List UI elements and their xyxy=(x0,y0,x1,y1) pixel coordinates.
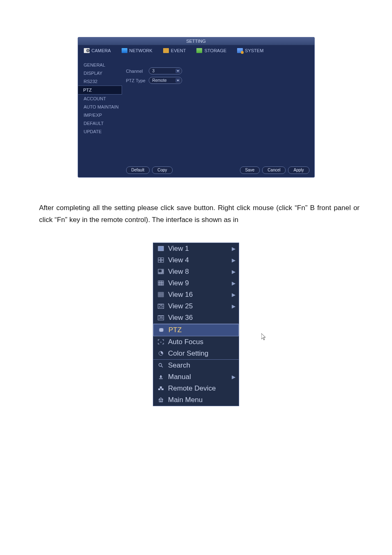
svg-rect-13 xyxy=(160,281,162,282)
cm-item-view-36[interactable]: 36View 36 xyxy=(153,312,239,324)
cm-item-view-8[interactable]: View 8▶ xyxy=(153,266,239,278)
sidebar-item-ptz[interactable]: PTZ xyxy=(78,86,122,95)
window-body: GENERAL DISPLAY RS232 PTZ ACCOUNT AUTO M… xyxy=(78,56,314,177)
view36-icon: 36 xyxy=(157,314,164,321)
cm-item-view-9[interactable]: View 9▶ xyxy=(153,278,239,289)
svg-rect-15 xyxy=(158,282,160,284)
spacer xyxy=(175,166,238,174)
svg-rect-14 xyxy=(162,281,164,282)
cm-item-search[interactable]: Search xyxy=(153,360,239,371)
svg-rect-20 xyxy=(162,284,164,285)
svg-rect-9 xyxy=(158,273,160,274)
svg-rect-4 xyxy=(161,260,164,262)
svg-rect-8 xyxy=(162,272,164,273)
cm-item-ptz[interactable]: PTZ xyxy=(153,324,239,336)
network-icon xyxy=(122,48,127,53)
ptztype-label: PTZ Type xyxy=(126,78,149,83)
cm-label: View 4 xyxy=(168,256,228,264)
sidebar-item-general[interactable]: GENERAL xyxy=(78,61,122,69)
cm-item-manual[interactable]: Manual▶ xyxy=(153,371,239,383)
tab-label: STORAGE xyxy=(204,48,226,53)
cm-label: View 36 xyxy=(168,314,235,322)
sidebar-item-default[interactable]: DEFAULT xyxy=(78,119,122,127)
cm-section-camera: PTZ+Auto FocusColor Setting xyxy=(153,324,239,359)
home-icon xyxy=(157,397,164,403)
form-row-channel: Channel 3 xyxy=(126,67,309,74)
tab-label: SYSTEM xyxy=(245,48,263,53)
chevron-right-icon: ▶ xyxy=(232,280,235,286)
svg-rect-42 xyxy=(161,400,161,402)
context-menu: View 1▶View 4▶View 8▶View 9▶View 16▶25Vi… xyxy=(153,243,239,406)
cm-item-color-setting[interactable]: Color Setting xyxy=(153,348,239,359)
svg-rect-7 xyxy=(162,271,164,272)
svg-rect-0 xyxy=(158,246,164,251)
svg-rect-2 xyxy=(161,258,164,260)
cm-item-view-25[interactable]: 25View 25▶ xyxy=(153,301,239,312)
cm-item-view-1[interactable]: View 1▶ xyxy=(153,243,239,254)
tab-system[interactable]: SYSTEM xyxy=(231,45,314,56)
view4-icon xyxy=(157,257,164,263)
cm-item-remote-device[interactable]: Remote Device xyxy=(153,383,239,394)
body-text: After completing all the setting please … xyxy=(39,202,360,226)
channel-value: 3 xyxy=(152,69,155,73)
view16-icon xyxy=(157,291,164,298)
cm-item-auto-focus[interactable]: +Auto Focus xyxy=(153,336,239,348)
default-button[interactable]: Default xyxy=(126,166,150,174)
cancel-button[interactable]: Cancel xyxy=(262,166,286,174)
cm-label: View 1 xyxy=(168,245,228,253)
tab-event[interactable]: EVENT xyxy=(157,45,191,56)
copy-button[interactable]: Copy xyxy=(152,166,172,174)
tabbar: CAMERA NETWORK EVENT STORAGE SYSTEM xyxy=(78,45,314,56)
cm-label: View 16 xyxy=(168,291,228,299)
form-row-ptztype: PTZ Type Remote xyxy=(126,77,309,84)
camera-icon xyxy=(84,48,90,53)
channel-dropdown[interactable]: 3 xyxy=(149,67,182,74)
cm-item-view-4[interactable]: View 4▶ xyxy=(153,254,239,266)
cm-label: Search xyxy=(168,361,235,370)
svg-rect-11 xyxy=(162,273,164,274)
tab-network[interactable]: NETWORK xyxy=(116,45,157,56)
tab-storage[interactable]: STORAGE xyxy=(191,45,231,56)
autofocus-icon: + xyxy=(157,339,164,345)
cm-label: Remote Device xyxy=(168,384,235,393)
cm-label: PTZ xyxy=(168,326,231,334)
svg-rect-17 xyxy=(162,282,164,284)
sidebar-item-display[interactable]: DISPLAY xyxy=(78,69,122,77)
chevron-right-icon: ▶ xyxy=(232,246,235,252)
tab-label: NETWORK xyxy=(129,48,152,53)
svg-rect-1 xyxy=(158,258,161,260)
svg-rect-5 xyxy=(158,269,162,273)
svg-point-30 xyxy=(159,330,164,332)
cm-label: Main Menu xyxy=(168,396,235,404)
color-icon xyxy=(157,350,164,356)
ptztype-dropdown[interactable]: Remote xyxy=(149,77,182,84)
save-button[interactable]: Save xyxy=(240,166,260,174)
cm-label: Auto Focus xyxy=(168,338,235,346)
ptztype-value: Remote xyxy=(152,78,167,83)
svg-rect-12 xyxy=(158,281,160,282)
svg-rect-35 xyxy=(159,379,163,379)
svg-rect-36 xyxy=(158,388,160,390)
sidebar-item-update[interactable]: UPDATE xyxy=(78,127,122,136)
sidebar-item-automaintain[interactable]: AUTO MAINTAIN xyxy=(78,103,122,111)
sidebar-item-rs232[interactable]: RS232 xyxy=(78,77,122,86)
manual-icon xyxy=(157,374,164,380)
svg-rect-19 xyxy=(160,284,162,285)
event-icon xyxy=(163,48,169,53)
cm-label: Color Setting xyxy=(168,349,235,358)
sidebar-item-impexp[interactable]: IMP/EXP xyxy=(78,111,122,119)
storage-icon xyxy=(196,48,202,53)
chevron-right-icon: ▶ xyxy=(232,374,235,380)
cm-item-main-menu[interactable]: Main Menu xyxy=(153,394,239,406)
svg-rect-6 xyxy=(162,269,164,271)
cm-item-view-16[interactable]: View 16▶ xyxy=(153,289,239,301)
chevron-right-icon: ▶ xyxy=(232,257,235,263)
cm-label: View 25 xyxy=(168,302,228,310)
tab-camera[interactable]: CAMERA xyxy=(78,45,116,56)
content-panel: Channel 3 PTZ Type Remote Default Copy S… xyxy=(122,56,314,177)
view1-icon xyxy=(157,245,164,252)
sidebar-item-account[interactable]: ACCOUNT xyxy=(78,95,122,103)
chevron-down-icon xyxy=(175,78,180,83)
apply-button[interactable]: Apply xyxy=(288,166,309,174)
channel-label: Channel xyxy=(126,69,149,74)
